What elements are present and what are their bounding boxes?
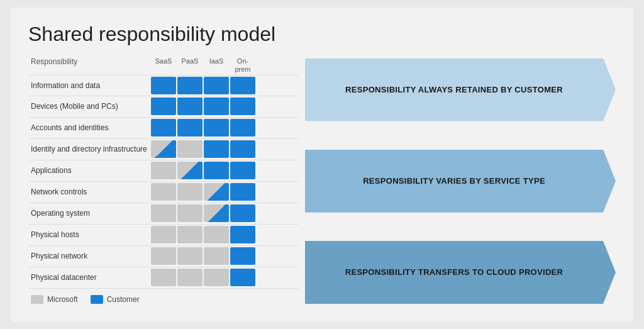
cell (151, 77, 176, 94)
cell (151, 119, 176, 137)
table-row: Applications (28, 160, 299, 182)
cell (177, 119, 203, 137)
cell (151, 183, 176, 201)
arrow-provider-text: RESPONSIBILITY TRANSFERS TO CLOUD PROVID… (345, 267, 564, 277)
cell (151, 247, 176, 265)
row-cells (151, 226, 255, 243)
row-cells (151, 77, 255, 94)
cell (151, 226, 176, 243)
cell (230, 140, 255, 158)
cell (204, 269, 229, 286)
row-label: Identity and directory infrastructure (28, 145, 151, 153)
cell (204, 204, 229, 222)
arrows-area: RESPONSIBILITY ALWAYS RETAINED BY CUSTOM… (305, 57, 616, 304)
cell (151, 204, 176, 222)
arrow-customer-text: RESPONSIBILITY ALWAYS RETAINED BY CUSTOM… (345, 85, 563, 94)
row-cells (151, 269, 255, 286)
legend-microsoft: Microsoft (31, 295, 78, 304)
row-cells (151, 204, 255, 222)
legend-microsoft-label: Microsoft (47, 295, 78, 304)
legend-customer: Customer (91, 295, 140, 304)
table-row: Identity and directory infrastructure (28, 139, 299, 160)
row-label: Physical hosts (28, 230, 151, 239)
responsibility-header: Responsibility (28, 57, 151, 74)
main-content: Responsibility SaaS PaaS IaaS On-prem In… (28, 57, 616, 304)
cell (230, 183, 255, 201)
table-area: Responsibility SaaS PaaS IaaS On-prem In… (28, 57, 299, 304)
cell (204, 226, 229, 243)
arrow-customer: RESPONSIBILITY ALWAYS RETAINED BY CUSTOM… (305, 59, 616, 121)
arrow-varies: RESPONSIBILITY VARIES BY SERVICE TYPE (305, 150, 616, 213)
cell (230, 119, 255, 137)
cell (204, 119, 229, 137)
cell (230, 269, 255, 286)
cell (177, 183, 203, 201)
legend-microsoft-box (31, 295, 43, 304)
cell (230, 226, 255, 243)
row-cells (151, 247, 255, 265)
cell (151, 162, 176, 179)
arrow-varies-text: RESPONSIBILITY VARIES BY SERVICE TYPE (363, 176, 545, 186)
cell (204, 162, 229, 179)
legend-customer-label: Customer (107, 295, 140, 304)
row-label: Accounts and identities (28, 123, 151, 132)
row-cells (151, 162, 255, 179)
cell (204, 98, 229, 115)
cell (151, 98, 176, 115)
row-label: Network controls (28, 187, 151, 196)
data-rows: Information and dataDevices (Mobile and … (28, 75, 299, 289)
row-label: Operating system (28, 209, 151, 218)
cell (177, 269, 203, 286)
cell (230, 162, 255, 179)
cell (177, 247, 203, 265)
cell (230, 204, 255, 222)
table-row: Devices (Mobile and PCs) (28, 96, 299, 118)
row-label: Applications (28, 166, 151, 175)
cell (177, 204, 203, 222)
arrow-provider: RESPONSIBILITY TRANSFERS TO CLOUD PROVID… (305, 241, 616, 304)
cell (230, 247, 255, 265)
row-cells (151, 98, 255, 115)
row-label: Information and data (28, 81, 151, 90)
cell (177, 162, 203, 179)
cell (177, 140, 203, 158)
col-paas: PaaS (177, 57, 203, 74)
cell (177, 98, 203, 115)
table-row: Network controls (28, 182, 299, 203)
row-cells (151, 119, 255, 137)
cell (204, 140, 229, 158)
legend-customer-box (91, 295, 103, 304)
table-row: Physical datacenter (28, 267, 299, 289)
slide-title: Shared responsibility model (28, 23, 616, 46)
cell (177, 77, 203, 94)
table-row: Physical network (28, 246, 299, 267)
row-cells (151, 183, 255, 201)
cell (204, 77, 229, 94)
cell (151, 140, 176, 158)
cell (151, 269, 176, 286)
row-label: Devices (Mobile and PCs) (28, 102, 151, 111)
cell (204, 183, 229, 201)
legend: Microsoft Customer (28, 295, 299, 304)
col-iaas: IaaS (204, 57, 229, 74)
table-row: Information and data (28, 75, 299, 96)
row-label: Physical datacenter (28, 273, 151, 282)
col-onprem: On-prem (230, 57, 255, 74)
table-row: Physical hosts (28, 225, 299, 246)
slide: Shared responsibility model Responsibili… (11, 8, 633, 322)
cell (230, 98, 255, 115)
col-saas: SaaS (151, 57, 176, 74)
table-row: Accounts and identities (28, 118, 299, 139)
table-header: Responsibility SaaS PaaS IaaS On-prem (28, 57, 299, 74)
cell (230, 77, 255, 94)
cell (204, 247, 229, 265)
row-label: Physical network (28, 252, 151, 260)
col-headers: SaaS PaaS IaaS On-prem (151, 57, 255, 74)
cell (177, 226, 203, 243)
row-cells (151, 140, 255, 158)
table-row: Operating system (28, 203, 299, 225)
